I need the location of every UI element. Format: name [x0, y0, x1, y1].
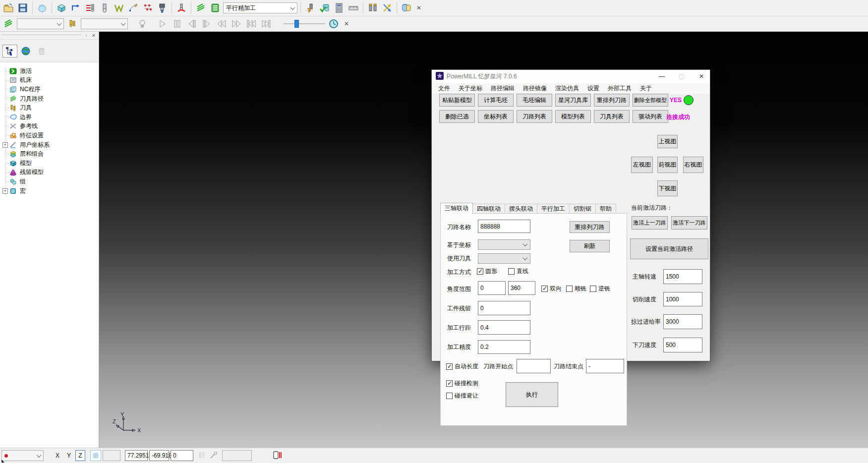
model-list-button[interactable]: 模型列表: [555, 110, 591, 123]
angle-to-input[interactable]: [508, 281, 535, 295]
stock-allowance-input[interactable]: [478, 301, 530, 315]
explorer-world-tab-button[interactable]: [18, 45, 33, 58]
step-back-button[interactable]: [185, 17, 198, 30]
paste-new-model-button[interactable]: 粘贴新模型: [439, 94, 475, 107]
boundary-icon[interactable]: [113, 1, 125, 14]
tree-item-tools[interactable]: 刀具: [0, 103, 99, 113]
mode-circle-checkbox[interactable]: 圆形: [477, 267, 497, 276]
bidirectional-checkbox[interactable]: 双向: [541, 285, 562, 293]
expand-icon[interactable]: +: [2, 142, 8, 148]
spindle-speed-input[interactable]: [663, 269, 702, 284]
calculator-icon[interactable]: [333, 1, 346, 14]
checkbox-icon[interactable]: [541, 286, 548, 292]
entity-bulb-icon[interactable]: [136, 17, 149, 30]
tree-item-levels-sets[interactable]: 层和组合: [0, 149, 99, 159]
tool-icon[interactable]: [98, 1, 111, 14]
grid-toggle-button[interactable]: [90, 450, 101, 461]
pause-button[interactable]: [171, 17, 183, 30]
angle-from-input[interactable]: [478, 281, 506, 295]
save-icon[interactable]: [16, 1, 29, 14]
rearrange-button[interactable]: 重排列刀路: [570, 221, 610, 233]
refresh-button[interactable]: 刷新: [570, 240, 610, 252]
tool-holder-icon[interactable]: [156, 1, 169, 14]
collision-check-icon[interactable]: [175, 1, 188, 14]
activate-next-button[interactable]: 激活下一刀路: [671, 216, 707, 230]
draw-color-select[interactable]: [1, 450, 44, 461]
tree-item-boundaries[interactable]: 边界: [0, 113, 99, 122]
speed-slider[interactable]: [284, 19, 325, 28]
tree-item-nc-programs[interactable]: NC程序: [0, 85, 99, 94]
step-forward-button[interactable]: [200, 17, 213, 30]
post-process-icon[interactable]: [366, 1, 379, 14]
close-button[interactable]: ✕: [693, 70, 710, 83]
sim-toolpath-select[interactable]: [17, 18, 64, 29]
tree-item-activate[interactable]: 激活: [0, 66, 99, 76]
axis-z-button[interactable]: Z: [75, 450, 85, 461]
toolpath-name-input[interactable]: [478, 220, 530, 233]
sim-tool-select[interactable]: [81, 18, 128, 29]
explorer-tree-tab-button[interactable]: [2, 45, 17, 58]
explorer-trash-tab-button[interactable]: [34, 45, 49, 58]
play-button[interactable]: [156, 17, 169, 30]
view-bottom-button[interactable]: 下视图: [657, 180, 678, 196]
set-active-path-button[interactable]: 设置当前激活路径: [630, 238, 708, 259]
measure-icon[interactable]: [347, 1, 360, 14]
clipboard-marks-icon[interactable]: [273, 451, 283, 461]
coord-y-field[interactable]: -69.918: [149, 450, 169, 461]
view-right-button[interactable]: 右视图: [683, 157, 703, 173]
calc-block-button[interactable]: 计算毛坯: [478, 94, 514, 107]
minimize-button[interactable]: —: [653, 70, 670, 83]
rearrange-toolpaths-button[interactable]: 重排列刀路: [594, 94, 630, 107]
climb-mill-checkbox[interactable]: 顺铣: [566, 285, 586, 293]
main-toolbar-close-button[interactable]: ✕: [414, 3, 423, 12]
open-file-icon[interactable]: [2, 1, 15, 14]
dialog-titlebar[interactable]: PowerMILL 忆梦星河 7.0.6 — ▢ ✕: [432, 70, 710, 83]
tab-saw[interactable]: 切割锯: [569, 204, 596, 214]
checkbox-icon[interactable]: [566, 286, 573, 292]
sim-tool-icon[interactable]: [66, 17, 79, 30]
menu-path-edit[interactable]: 路径编辑: [491, 84, 515, 93]
maximize-button[interactable]: ▢: [673, 70, 690, 83]
mode-line-checkbox[interactable]: 直线: [508, 267, 528, 276]
tree-item-groups[interactable]: 组: [0, 177, 99, 186]
collision-check-checkbox[interactable]: 碰撞检测: [446, 379, 478, 388]
stepover-input[interactable]: [478, 320, 530, 335]
tree-item-feature-sets[interactable]: 特征设置: [0, 131, 99, 140]
view-left-button[interactable]: 左视图: [631, 157, 653, 173]
checkbox-icon[interactable]: [590, 286, 596, 292]
axis-y-button[interactable]: Y: [64, 450, 74, 461]
strategy-list-icon[interactable]: [209, 1, 222, 14]
coord-list-button[interactable]: 坐标列表: [478, 110, 514, 123]
sim-toolpath-icon[interactable]: [2, 17, 15, 30]
tree-item-macros[interactable]: +宏: [0, 186, 99, 196]
end-point-input[interactable]: [586, 359, 624, 373]
menu-about-coords[interactable]: 关于坐标: [459, 84, 482, 93]
pattern-icon[interactable]: [141, 1, 154, 14]
menu-file[interactable]: 文件: [438, 84, 450, 93]
fast-forward-button[interactable]: [230, 17, 243, 30]
cutting-speed-input[interactable]: [663, 292, 702, 306]
expand-icon[interactable]: +: [2, 188, 8, 194]
curve-editor-icon[interactable]: [127, 1, 140, 14]
coord-x-field[interactable]: 77.2951: [125, 450, 148, 461]
view-top-button[interactable]: 上视图: [657, 135, 678, 148]
compare-models-icon[interactable]: [400, 1, 413, 14]
axis-x-button[interactable]: X: [53, 450, 62, 461]
tree-item-reference-lines[interactable]: 参考线: [0, 122, 99, 131]
menu-about[interactable]: 关于: [640, 84, 652, 93]
checkbox-icon[interactable]: [477, 268, 483, 275]
toolpath-list-button[interactable]: 刀路列表: [517, 110, 552, 123]
menu-path-mirror[interactable]: 路径镜像: [523, 84, 547, 93]
tab-help[interactable]: 帮助: [595, 204, 616, 214]
menu-render-sim[interactable]: 渲染仿真: [555, 84, 579, 93]
rewind-button[interactable]: [215, 17, 228, 30]
tab-4axis[interactable]: 四轴联动: [472, 204, 505, 214]
viewmill-icon[interactable]: [36, 1, 49, 14]
collision-avoid-checkbox[interactable]: 碰撞避让: [446, 392, 478, 400]
toolpath-icon[interactable]: [194, 1, 207, 14]
tree-item-machine[interactable]: 机床: [0, 76, 99, 85]
activate-prev-button[interactable]: 激活上一刀路: [632, 216, 668, 230]
checkbox-icon[interactable]: [446, 393, 453, 399]
conventional-mill-checkbox[interactable]: 逆铣: [590, 285, 610, 293]
view-front-button[interactable]: 前视图: [657, 157, 678, 173]
